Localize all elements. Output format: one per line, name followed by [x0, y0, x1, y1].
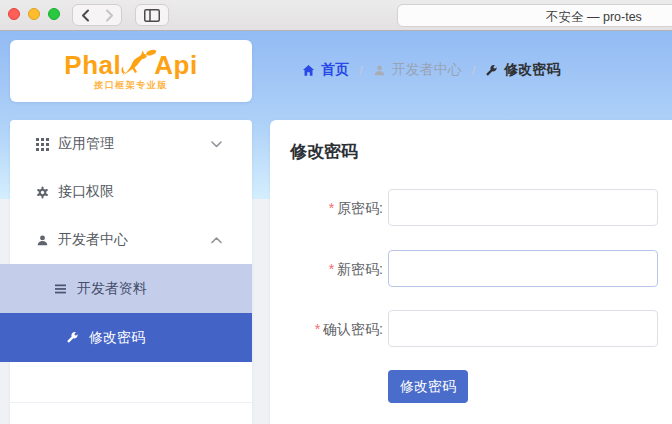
breadcrumb-separator: /: [469, 63, 479, 78]
breadcrumb-home[interactable]: 首页: [302, 61, 349, 79]
sidebar-item-api-permissions[interactable]: 接口权限: [10, 168, 252, 216]
sidebar-toggle-button[interactable]: [135, 4, 169, 26]
address-bar[interactable]: 不安全 — pro-tes: [397, 4, 672, 27]
home-icon: [302, 64, 315, 77]
sidebar-item-app-management[interactable]: 应用管理: [10, 120, 252, 168]
field-label: *确认密码:: [270, 321, 383, 339]
breadcrumb-developer-center: 开发者中心: [373, 61, 462, 79]
zoom-window-button[interactable]: [48, 8, 60, 20]
brand-text-left: Phal: [64, 50, 121, 81]
sidebar-item-label: 修改密码: [89, 329, 145, 347]
old-password-input[interactable]: [388, 189, 658, 226]
back-chevron-icon: [80, 9, 91, 22]
user-icon: [373, 64, 386, 77]
field-label: *原密码:: [270, 200, 383, 218]
chevron-up-icon: [211, 237, 222, 244]
confirm-password-input[interactable]: [388, 310, 658, 347]
new-password-input[interactable]: [388, 250, 658, 287]
brand-logo: Phal Api: [10, 47, 252, 83]
address-bar-title: 不安全 — pro-tes: [546, 9, 642, 26]
user-icon: [36, 234, 49, 247]
forward-button[interactable]: [97, 5, 121, 25]
field-label: *新密码:: [270, 261, 383, 279]
change-password-button[interactable]: 修改密码: [388, 370, 468, 403]
wrench-icon: [66, 331, 79, 344]
grid-icon: [36, 138, 49, 151]
chevron-down-icon: [211, 141, 222, 148]
required-asterisk: *: [329, 261, 334, 277]
breadcrumb-separator: /: [356, 63, 366, 78]
sidebar-item-label: 接口权限: [58, 183, 114, 201]
list-icon: [55, 284, 67, 294]
logo-card[interactable]: Phal Api 接口框架专业版: [10, 40, 252, 102]
sidebar-divider: [10, 402, 252, 403]
breadcrumb-home-label: 首页: [321, 61, 349, 79]
sidebar-item-developer-profile[interactable]: 开发者资料: [0, 264, 252, 313]
minimize-window-button[interactable]: [28, 8, 40, 20]
sidebar-item-label: 开发者资料: [77, 280, 147, 298]
sidebar-item-label: 开发者中心: [58, 231, 128, 249]
wrench-icon: [485, 64, 498, 77]
breadcrumb-current: 修改密码: [485, 61, 560, 79]
main-content: 修改密码 *原密码: *新密码: *确认密码: 修改密码: [270, 120, 672, 424]
sidebar-item-change-password[interactable]: 修改密码: [0, 313, 252, 362]
history-nav-group: [72, 4, 122, 26]
required-asterisk: *: [329, 200, 334, 216]
brand-text-right: Api: [154, 50, 197, 81]
close-window-button[interactable]: [8, 8, 20, 20]
gear-icon: [36, 186, 49, 199]
browser-toolbar: 不安全 — pro-tes: [0, 0, 672, 31]
required-asterisk: *: [315, 321, 320, 337]
sidebar-toggle-icon: [144, 9, 160, 22]
back-button[interactable]: [73, 5, 97, 25]
forward-chevron-icon: [104, 9, 115, 22]
brand-tagline: 接口框架专业版: [10, 79, 252, 92]
sidebar-item-developer-center[interactable]: 开发者中心: [10, 216, 252, 264]
breadcrumb: 首页 / 开发者中心 / 修改密码: [302, 61, 560, 79]
leaping-dog-icon: [119, 47, 157, 79]
app-window: 不安全 — pro-tes Phal Api 接口框架专业版 首: [0, 0, 672, 424]
breadcrumb-current-label: 修改密码: [504, 61, 560, 79]
page-title: 修改密码: [290, 140, 358, 163]
breadcrumb-section-label: 开发者中心: [392, 61, 462, 79]
sidebar-item-label: 应用管理: [58, 135, 114, 153]
